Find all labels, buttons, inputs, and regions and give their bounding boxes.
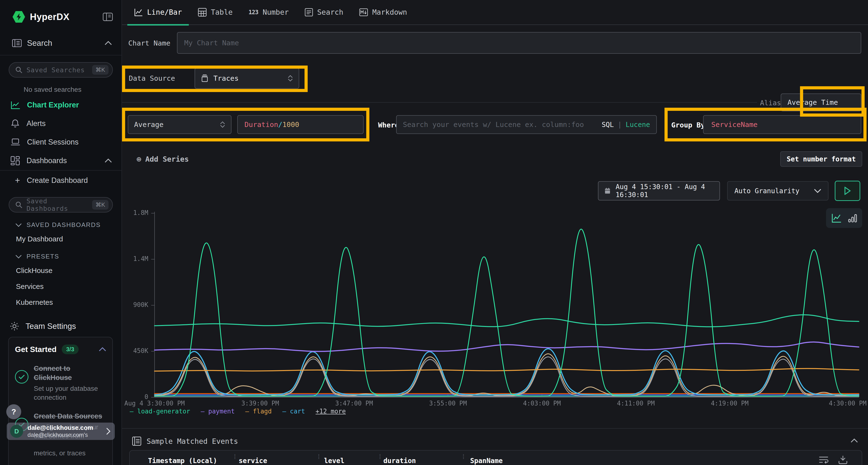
saved-dashboards-group-header[interactable]: SAVED DASHBOARDS xyxy=(0,215,122,231)
get-started-item-desc: metrics, or traces xyxy=(34,449,86,458)
granularity-select[interactable]: Auto Granularity xyxy=(727,181,829,200)
shortcut-badge: ⌘K xyxy=(92,65,108,75)
expression-operator: / xyxy=(278,121,282,129)
sidebar-item-kubernetes[interactable]: Kubernetes xyxy=(0,294,122,310)
tab-markdown[interactable]: Markdown xyxy=(359,0,407,25)
group-by-input[interactable]: ServiceName xyxy=(703,115,861,134)
column-header-duration[interactable]: duration xyxy=(383,457,416,465)
chevron-right-icon xyxy=(106,428,111,435)
sidebar-item-client-sessions[interactable]: Client Sessions xyxy=(0,133,122,151)
saved-dashboards-input[interactable]: Saved Dashboards ⌘K xyxy=(9,197,113,212)
sidebar-collapse-icon[interactable] xyxy=(103,12,113,21)
timeseries-chart[interactable] xyxy=(122,204,868,421)
text-wrap-icon[interactable] xyxy=(818,455,829,465)
chevron-up-icon[interactable] xyxy=(99,347,106,352)
sidebar-item-my-dashboard[interactable]: My Dashboard xyxy=(0,231,122,247)
laptop-icon xyxy=(10,138,20,146)
sidebar-item-clickhouse[interactable]: ClickHouse xyxy=(0,263,122,278)
sample-events-title: Sample Matched Events xyxy=(147,437,238,445)
chevron-up-icon xyxy=(105,41,112,45)
no-saved-searches-text: No saved searches xyxy=(0,80,122,96)
sidebar-item-dashboards[interactable]: Dashboards xyxy=(0,151,122,170)
saved-dashboards-placeholder: Saved Dashboards xyxy=(27,197,88,212)
where-input[interactable]: Search your events w/ Lucene ex. column:… xyxy=(396,115,657,134)
date-range-input[interactable]: Aug 4 15:30:01 - Aug 4 16:30:01 xyxy=(598,181,720,200)
run-query-button[interactable] xyxy=(835,181,860,201)
list-icon xyxy=(305,8,313,16)
lang-separator: | xyxy=(618,121,622,129)
presets-group-header[interactable]: PRESETS xyxy=(0,247,122,263)
lang-lucene-toggle[interactable]: Lucene xyxy=(626,121,650,129)
download-icon[interactable] xyxy=(838,455,848,465)
chart-name-input[interactable]: My Chart Name xyxy=(177,32,861,54)
get-started-progress-badge: 3/3 xyxy=(62,344,79,354)
granularity-value: Auto Granularity xyxy=(735,187,800,195)
column-resize-handle[interactable]: ⁞ xyxy=(234,455,236,458)
calendar-icon xyxy=(605,187,610,195)
column-header-spanname[interactable]: SpanName xyxy=(470,457,503,465)
collapse-section-icon[interactable] xyxy=(850,438,858,443)
column-header-service[interactable]: service xyxy=(239,457,267,465)
column-header-timestamp[interactable]: Timestamp (Local) xyxy=(148,457,217,465)
expression-number: 1000 xyxy=(282,121,299,129)
tab-number[interactable]: 123 Number xyxy=(249,0,289,25)
group-label: SAVED DASHBOARDS xyxy=(27,221,100,229)
divider xyxy=(122,102,757,103)
journal-icon xyxy=(12,39,22,47)
column-resize-handle[interactable]: ⁞ xyxy=(318,455,320,458)
chart-legend: — load-generator— payment— flagd— cart+1… xyxy=(130,408,346,415)
line-chart-icon xyxy=(10,101,20,109)
database-icon xyxy=(201,74,209,82)
help-button[interactable]: ? xyxy=(6,404,21,419)
aggregation-select[interactable]: Average xyxy=(128,115,231,134)
tab-table[interactable]: Table xyxy=(198,0,233,25)
tab-line-bar[interactable]: Line/Bar xyxy=(134,0,182,25)
get-started-item-desc: Set up your database connection xyxy=(34,384,106,402)
sidebar: HyperDX Search Saved Searches ⌘K No save… xyxy=(0,0,122,465)
number-123-icon: 123 xyxy=(249,9,258,16)
column-resize-handle[interactable]: ⁞ xyxy=(462,455,464,458)
sample-events-header: Sample Matched Events xyxy=(132,437,238,446)
chart-name-placeholder: My Chart Name xyxy=(184,39,239,47)
plus-circle-icon: ⊕ xyxy=(136,154,141,164)
chevron-down-icon xyxy=(814,189,821,193)
legend-item[interactable]: — load-generator xyxy=(130,408,190,415)
column-header-level[interactable]: level xyxy=(324,457,344,465)
sidebar-item-chart-explorer[interactable]: Chart Explorer xyxy=(0,96,122,114)
get-started-item[interactable]: Connect to ClickHouse Set up your databa… xyxy=(15,364,106,402)
legend-item[interactable]: — payment xyxy=(200,408,235,415)
add-series-button[interactable]: ⊕ Add Series xyxy=(136,154,189,164)
user-account-chip[interactable]: D dale@clickhouse.com dale@clickhouse.co… xyxy=(7,423,115,440)
get-started-card: Get Started 3/3 Connect to ClickHouse Se… xyxy=(8,337,113,465)
sidebar-search-label: Search xyxy=(27,38,52,48)
column-resize-handle[interactable]: ⁞ xyxy=(379,455,381,458)
chevron-down-icon xyxy=(16,223,22,227)
legend-item[interactable]: — cart xyxy=(282,408,305,415)
gear-icon xyxy=(10,322,19,331)
avatar: D xyxy=(10,425,23,438)
set-number-format-button[interactable]: Set number format xyxy=(780,151,862,167)
saved-searches-input[interactable]: Saved Searches ⌘K xyxy=(9,62,113,77)
chevron-up-icon xyxy=(105,159,112,163)
sidebar-item-alerts[interactable]: Alerts xyxy=(0,114,122,133)
get-started-item-title: Connect to ClickHouse xyxy=(34,364,94,382)
sidebar-section-search[interactable]: Search xyxy=(0,30,122,55)
create-dashboard-button[interactable]: + Create Dashboard xyxy=(0,171,122,190)
tab-search[interactable]: Search xyxy=(305,0,343,25)
alias-input[interactable]: Average Time xyxy=(781,94,861,111)
legend-item[interactable]: — flagd xyxy=(245,408,272,415)
group-by-value: ServiceName xyxy=(711,121,757,129)
nav-label: Dashboards xyxy=(27,156,67,165)
field-expression-input[interactable]: Duration/1000 xyxy=(237,115,364,134)
play-icon xyxy=(844,187,851,195)
check-circle-icon xyxy=(15,370,28,384)
data-source-select[interactable]: Traces xyxy=(194,68,299,89)
aggregation-value: Average xyxy=(134,121,163,129)
get-started-item[interactable]: metrics, or traces xyxy=(15,447,106,465)
plus-icon: + xyxy=(15,175,20,186)
sidebar-item-services[interactable]: Services xyxy=(0,278,122,294)
divider xyxy=(0,55,122,56)
legend-more-link[interactable]: +12 more xyxy=(316,408,346,415)
divider xyxy=(122,428,868,429)
lang-sql-toggle[interactable]: SQL xyxy=(601,121,614,129)
